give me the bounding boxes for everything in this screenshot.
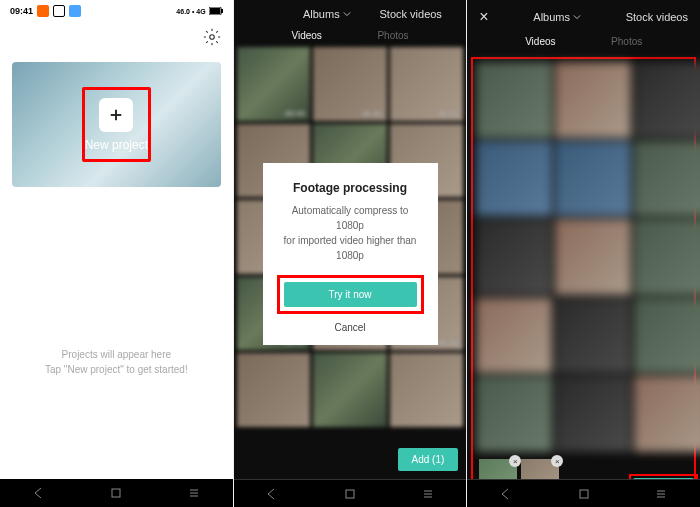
system-nav-bar xyxy=(234,479,467,507)
status-signal: 46.0 • 4G xyxy=(176,8,205,15)
duration-label: 00:42 xyxy=(362,109,382,118)
subtab-videos[interactable]: Videos xyxy=(525,36,555,47)
recent-icon[interactable] xyxy=(422,488,434,500)
duration-label: 00:40 xyxy=(285,109,305,118)
remove-icon[interactable]: × xyxy=(551,455,563,467)
status-app-icon xyxy=(69,5,81,17)
tab-albums[interactable]: Albums xyxy=(303,8,351,20)
status-time: 09:41 xyxy=(10,6,33,16)
tab-stock[interactable]: Stock videos xyxy=(380,8,442,20)
status-app-icon xyxy=(37,5,49,17)
subtab-photos[interactable]: Photos xyxy=(611,36,642,47)
subtab-videos[interactable]: Videos xyxy=(291,30,321,41)
footage-dialog: Footage processing Automatically compres… xyxy=(263,163,438,345)
duration-label: 00:51 xyxy=(438,109,458,118)
subtab-photos[interactable]: Photos xyxy=(377,30,408,41)
tab-stock[interactable]: Stock videos xyxy=(626,11,688,23)
video-grid[interactable] xyxy=(473,59,694,455)
back-icon[interactable] xyxy=(33,487,45,499)
video-thumb[interactable] xyxy=(555,219,631,295)
close-icon[interactable]: × xyxy=(479,8,488,26)
system-nav-bar xyxy=(0,479,233,507)
battery-icon xyxy=(209,7,223,15)
new-project-button[interactable]: New project xyxy=(85,98,148,152)
chevron-down-icon xyxy=(573,13,581,21)
hero-banner: New project xyxy=(12,62,221,187)
video-thumb[interactable] xyxy=(476,219,552,295)
top-tabs: × Albums Stock videos xyxy=(467,0,700,30)
add-button[interactable]: Add (1) xyxy=(398,448,459,471)
panel-home: 09:41 46.0 • 4G New project Projec xyxy=(0,0,234,507)
svg-rect-6 xyxy=(112,489,120,497)
video-thumb[interactable] xyxy=(476,62,552,138)
chevron-down-icon xyxy=(343,10,351,18)
status-bar: 09:41 46.0 • 4G xyxy=(0,0,233,22)
home-icon[interactable] xyxy=(110,487,122,499)
top-tabs: Albums Stock videos xyxy=(234,0,467,24)
video-thumb[interactable] xyxy=(555,376,631,452)
dialog-body: Automatically compress to 1080p for impo… xyxy=(277,203,424,263)
video-thumb[interactable] xyxy=(476,376,552,452)
tab-albums[interactable]: Albums xyxy=(533,11,581,23)
video-thumb[interactable]: 00:40 xyxy=(237,47,311,121)
gear-icon[interactable] xyxy=(203,28,221,46)
video-thumb[interactable]: 00:51 xyxy=(390,47,464,121)
svg-rect-14 xyxy=(580,490,588,498)
panel-picker-selected: × Albums Stock videos Videos Photos xyxy=(467,0,700,507)
highlight-annotation: × 00:15 × 00:38 xyxy=(471,57,696,503)
video-thumb[interactable]: 00:42 xyxy=(313,47,387,121)
video-thumb[interactable] xyxy=(555,298,631,374)
video-thumb[interactable] xyxy=(634,298,700,374)
video-thumb[interactable] xyxy=(390,353,464,427)
remove-icon[interactable]: × xyxy=(509,455,521,467)
video-thumb[interactable] xyxy=(237,353,311,427)
duration-label: 00:42 xyxy=(438,338,458,347)
try-it-now-button[interactable]: Try it now xyxy=(284,282,417,307)
video-thumb[interactable] xyxy=(634,62,700,138)
panel-picker-dialog: Albums Stock videos Videos Photos 00:40 … xyxy=(234,0,468,507)
sub-tabs: Videos Photos xyxy=(234,24,467,47)
hint-line2: Tap "New project" to get started! xyxy=(0,362,233,377)
back-icon[interactable] xyxy=(500,488,512,500)
recent-icon[interactable] xyxy=(188,487,200,499)
home-icon[interactable] xyxy=(344,488,356,500)
recent-icon[interactable] xyxy=(655,488,667,500)
home-icon[interactable] xyxy=(578,488,590,500)
cancel-button[interactable]: Cancel xyxy=(277,322,424,333)
svg-rect-1 xyxy=(210,8,220,14)
video-thumb[interactable] xyxy=(476,298,552,374)
status-app-icon xyxy=(53,5,65,17)
back-icon[interactable] xyxy=(266,488,278,500)
dialog-title: Footage processing xyxy=(277,181,424,195)
sub-tabs: Videos Photos xyxy=(467,30,700,53)
svg-rect-2 xyxy=(221,9,223,13)
video-thumb[interactable] xyxy=(313,353,387,427)
video-thumb[interactable] xyxy=(555,141,631,217)
hint-line1: Projects will appear here xyxy=(0,347,233,362)
svg-point-3 xyxy=(209,35,214,40)
video-thumb[interactable] xyxy=(555,62,631,138)
video-thumb[interactable] xyxy=(634,219,700,295)
video-thumb[interactable] xyxy=(634,376,700,452)
new-project-label: New project xyxy=(85,138,148,152)
svg-rect-10 xyxy=(346,490,354,498)
highlight-annotation: Try it now xyxy=(277,275,424,314)
system-nav-bar xyxy=(467,479,700,507)
empty-state-hint: Projects will appear here Tap "New proje… xyxy=(0,347,233,377)
video-thumb[interactable] xyxy=(476,141,552,217)
video-thumb[interactable] xyxy=(634,141,700,217)
plus-icon xyxy=(99,98,133,132)
